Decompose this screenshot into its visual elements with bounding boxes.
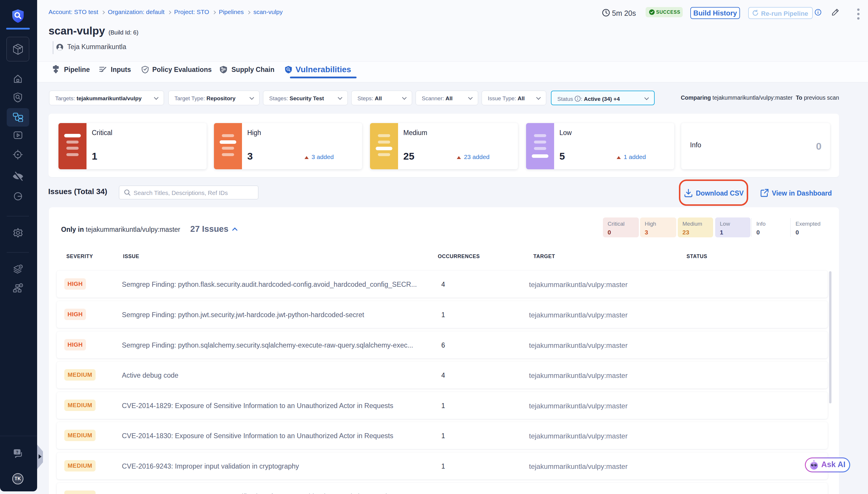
- svg-text:?: ?: [16, 450, 18, 455]
